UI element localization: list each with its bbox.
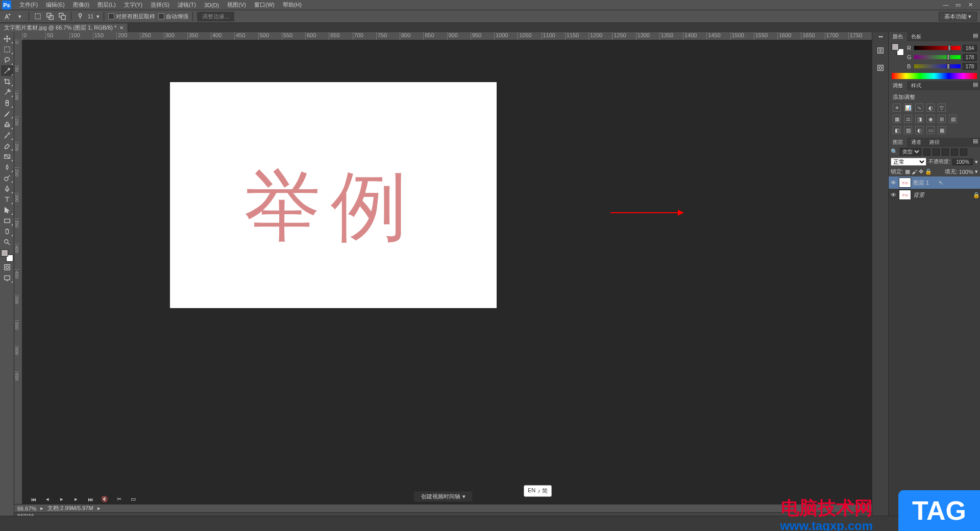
panel-menu-icon[interactable]: ▤ [971,138,980,147]
canvas-area[interactable]: 0501001502002503003504004505005506006507… [14,32,872,520]
lock-transparency-icon[interactable]: ▦ [905,168,910,175]
tool-preset-icon[interactable] [3,12,12,21]
next-frame-icon[interactable]: ▸ [72,496,80,502]
menu-3d[interactable]: 3D(D) [200,2,223,8]
search-icon[interactable]: 🔍 [891,148,898,155]
lock-position-icon[interactable]: ✥ [919,168,923,175]
vibrance-icon[interactable]: ▽ [938,104,946,112]
minimize-button[interactable]: — [942,2,949,8]
gradient-tool[interactable] [1,151,13,162]
menu-filter[interactable]: 滤镜(T) [174,1,200,9]
exposure-icon[interactable]: ◐ [926,104,935,112]
path-selection-tool[interactable] [1,205,13,215]
properties-panel-icon[interactable] [875,62,886,73]
quick-mask-toggle[interactable] [1,262,13,272]
tab-styles[interactable]: 样式 [907,81,925,90]
slider-green[interactable]: G178 [907,53,977,62]
menu-edit[interactable]: 编辑(E) [42,1,69,9]
photo-filter-icon[interactable]: ◉ [926,115,935,123]
history-panel-icon[interactable] [875,45,886,56]
color-spectrum[interactable] [892,73,977,79]
hand-tool[interactable] [1,226,13,237]
curves-icon[interactable]: ∿ [915,104,923,112]
layer-row[interactable]: 👁 举例 背景 🔒 [889,189,980,201]
tab-color[interactable]: 颜色 [889,32,907,41]
brightness-icon[interactable]: ☀ [893,104,901,112]
layer-name[interactable]: 背景 [913,191,924,199]
zoom-tool[interactable] [1,237,13,247]
tab-swatches[interactable]: 色板 [907,32,925,41]
dock-grip-icon[interactable]: ◂◂ [878,34,883,39]
g-value[interactable]: 178 [963,54,977,61]
filter-adj-icon[interactable] [933,148,940,156]
panel-menu-icon[interactable]: ▤ [971,32,980,41]
stamp-tool[interactable] [1,119,13,130]
menu-file[interactable]: 文件(F) [15,1,42,9]
tab-paths[interactable]: 路径 [925,138,944,147]
layer-thumbnail[interactable]: 举例 [899,190,911,200]
create-video-timeline-button[interactable]: 创建视频时间轴▾ [413,491,473,502]
auto-enhance-checkbox[interactable]: 自动增强 [158,13,188,20]
menu-help[interactable]: 帮助(H) [279,1,306,9]
refine-edge-button[interactable]: 调整边缘... [197,12,234,21]
goto-last-icon[interactable]: ⏭ [87,496,94,502]
ruler-vertical[interactable]: 050100150200250300350400450500550600650 [14,40,22,520]
chevron-icon[interactable]: ▸ [97,505,101,512]
eyedropper-tool[interactable] [1,87,13,97]
dodge-tool[interactable] [1,172,13,183]
ime-indicator[interactable]: EN♪ 简 [524,485,552,497]
blur-tool[interactable] [1,162,13,172]
selective-color-icon[interactable]: ▦ [938,126,946,134]
tab-layers[interactable]: 图层 [889,138,907,147]
filter-pixel-icon[interactable] [923,148,930,156]
threshold-icon[interactable]: ◐ [915,126,923,134]
artboard[interactable]: 举例 [170,82,497,308]
document-tab[interactable]: 文字图片素材.jpg @ 66.7% (图层 1, RGB/8) * ✕ [0,23,128,32]
panel-menu-icon[interactable]: ▤ [971,81,980,90]
filter-kind-select[interactable]: 类型 [900,148,921,156]
filter-type-icon[interactable] [942,148,949,156]
bw-icon[interactable]: ◨ [915,115,923,123]
menu-view[interactable]: 视图(V) [223,1,250,9]
maximize-button[interactable]: ▭ [954,2,962,8]
zoom-level[interactable]: 66.67% [17,505,36,512]
filter-smart-icon[interactable] [960,148,967,156]
color-lookup-icon[interactable]: ▤ [949,115,957,123]
menu-layer[interactable]: 图层(L) [93,1,119,9]
posterize-icon[interactable]: ▨ [904,126,912,134]
lasso-tool[interactable] [1,55,13,65]
menu-type[interactable]: 文字(Y) [120,1,147,9]
chevron-down-icon[interactable]: ▾ [975,168,978,175]
slider-red[interactable]: R184 [907,43,977,53]
close-button[interactable]: ✕ [967,2,974,8]
subtract-selection-icon[interactable] [58,12,67,21]
marquee-tool[interactable] [1,44,13,55]
type-tool[interactable] [1,194,13,205]
ruler-origin[interactable] [14,32,22,40]
invert-icon[interactable]: ◧ [893,126,901,134]
chevron-down-icon[interactable]: ▾ [462,493,465,500]
eraser-tool[interactable] [1,140,13,151]
pen-tool[interactable] [1,183,13,194]
tab-adjustments[interactable]: 调整 [889,81,907,90]
channel-mixer-icon[interactable]: ⊞ [938,115,946,123]
opacity-value[interactable]: 100% [952,159,973,165]
tab-channels[interactable]: 通道 [907,138,925,147]
brush-icon[interactable] [76,12,85,21]
hue-icon[interactable]: ▦ [893,115,901,123]
menu-select[interactable]: 选择(S) [146,1,174,9]
close-tab-icon[interactable]: ✕ [119,25,124,31]
chevron-down-icon[interactable]: ▾ [15,12,24,21]
levels-icon[interactable]: 📊 [904,104,912,112]
mute-icon[interactable]: 🔇 [101,496,108,502]
blend-mode-select[interactable]: 正常 [891,158,926,166]
scissors-icon[interactable]: ✂ [115,496,122,502]
brush-size[interactable]: 11 [88,14,93,19]
chevron-icon[interactable]: ▸ [40,505,43,512]
rectangle-tool[interactable] [1,215,13,226]
color-fgbg[interactable] [892,43,904,56]
b-value[interactable]: 178 [963,63,977,70]
sample-all-layers-checkbox[interactable]: 对所有图层取样 [108,13,155,20]
move-tool[interactable] [1,33,13,44]
visibility-toggle-icon[interactable]: 👁 [890,179,897,186]
